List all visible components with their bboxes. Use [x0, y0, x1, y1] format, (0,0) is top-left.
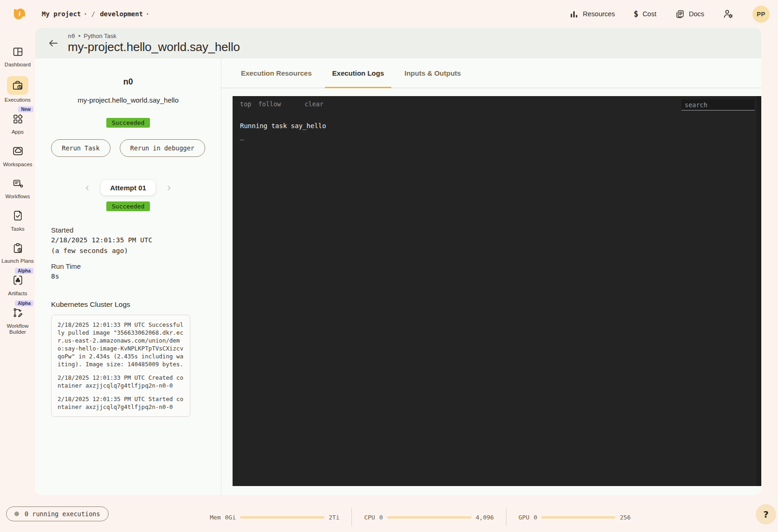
user-settings-button[interactable] — [723, 8, 734, 19]
execution-detail-panel: Execution Resources Execution Logs Input… — [221, 58, 761, 495]
help-button[interactable]: ? — [756, 504, 776, 525]
log-follow-button[interactable]: follow — [258, 100, 281, 108]
content-body: n0 my-project.hello_world.say_hello Succ… — [35, 58, 761, 495]
chevron-down-icon: ▾ — [84, 12, 86, 16]
workflows-icon — [7, 175, 28, 191]
page-header: n0 • Python Task my-project.hello_world.… — [35, 28, 761, 58]
kubernetes-logs-title: Kubernetes Cluster Logs — [51, 300, 221, 309]
sidebar-item-workflow-builder[interactable]: Alpha Workflow Builder — [1, 305, 34, 336]
kubernetes-log-entry: 2/18/2025 12:01:35 PM UTC Started contai… — [58, 395, 184, 411]
domain-name: development — [100, 10, 143, 18]
meter-divider — [351, 508, 352, 526]
dollar-icon: $ — [634, 9, 638, 19]
nav-cost-label: Cost — [642, 10, 656, 18]
previous-attempt-button[interactable] — [82, 182, 92, 194]
gpu-meter-max: 256 — [620, 514, 630, 521]
kubernetes-logs-box[interactable]: 2/18/2025 12:01:33 PM UTC Successfully p… — [51, 315, 190, 417]
cpu-meter-current: 0 — [379, 514, 383, 521]
rerun-debugger-button[interactable]: Rerun in debugger — [120, 139, 205, 157]
running-executions-label: 0 running executions — [25, 510, 100, 518]
launch-plans-icon — [7, 240, 28, 256]
back-button[interactable] — [45, 35, 61, 51]
alpha-badge: Alpha — [15, 268, 33, 274]
artifacts-icon — [7, 272, 28, 288]
tab-execution-logs[interactable]: Execution Logs — [325, 58, 392, 88]
breadcrumb: My project ▾ / development ▾ — [42, 10, 149, 18]
console-log-output: Running task say_hello _ — [240, 121, 326, 141]
gpu-meter: GPU 0 256 — [519, 514, 631, 521]
sidebar-item-tasks[interactable]: Tasks — [1, 208, 34, 233]
sidebar-item-label: Launch Plans — [1, 258, 34, 265]
header-bullet: • — [78, 32, 81, 39]
bar-chart-icon — [569, 9, 579, 19]
runtime-value: 8s — [51, 272, 221, 281]
union-logo[interactable] — [11, 6, 28, 22]
tab-inputs-outputs[interactable]: Inputs & Outputs — [397, 58, 468, 88]
runtime-label: Run Time — [51, 262, 221, 270]
started-time: 2/18/2025 12:01:35 PM UTC — [51, 235, 221, 245]
workspaces-icon — [7, 143, 28, 159]
log-top-button[interactable]: top — [240, 100, 251, 108]
bottom-status-bar: 0 running executions Mem 0Gi 2Ti CPU 0 4… — [0, 495, 778, 532]
kubernetes-log-entry: 2/18/2025 12:01:33 PM UTC Created contai… — [58, 374, 184, 389]
next-attempt-button[interactable] — [164, 182, 174, 194]
chevron-down-icon: ▾ — [146, 12, 149, 16]
sidebar: Dashboard Executions New — [0, 28, 35, 532]
rerun-task-button[interactable]: Rerun Task — [51, 139, 110, 157]
breadcrumb-separator: / — [91, 10, 95, 18]
attempt-status-badge: Succeeded — [106, 201, 150, 211]
sidebar-item-label: Workspaces — [3, 162, 32, 168]
user-avatar[interactable]: PP — [752, 6, 770, 23]
project-selector[interactable]: My project ▾ — [42, 10, 87, 18]
sidebar-item-label: Workflow Builder — [1, 323, 34, 336]
project-name: My project — [42, 10, 81, 18]
sidebar-item-launch-plans[interactable]: Launch Plans — [1, 240, 34, 265]
sidebar-item-workflows[interactable]: Workflows — [1, 175, 34, 200]
gpu-meter-current: 0 — [533, 514, 537, 521]
status-badge: Succeeded — [106, 118, 150, 128]
workflow-builder-icon — [7, 305, 28, 321]
executions-icon — [7, 76, 28, 95]
nav-docs[interactable]: Docs — [675, 9, 704, 19]
console-controls: top follow clear — [240, 100, 324, 108]
attempt-label[interactable]: Attempt 01 — [101, 180, 156, 195]
domain-selector[interactable]: development ▾ — [100, 10, 149, 18]
cpu-meter-label: CPU — [364, 514, 375, 521]
tasks-icon — [7, 208, 28, 224]
kubernetes-log-entry: 2/18/2025 12:01:33 PM UTC Successfully p… — [58, 321, 184, 368]
topbar: My project ▾ / development ▾ Resources $… — [0, 0, 778, 28]
action-buttons: Rerun Task Rerun in debugger — [35, 139, 221, 157]
arrow-left-icon — [48, 38, 59, 49]
running-executions-pill[interactable]: 0 running executions — [6, 506, 109, 521]
header-text: n0 • Python Task my-project.hello_world.… — [68, 32, 240, 54]
sidebar-item-workspaces[interactable]: Workspaces — [1, 143, 34, 168]
attempt-details: Started 2/18/2025 12:01:35 PM UTC (a few… — [35, 226, 221, 281]
nav-resources[interactable]: Resources — [569, 9, 615, 19]
resource-meters: Mem 0Gi 2Ti CPU 0 4,096 GPU 0 256 — [210, 508, 631, 526]
sidebar-item-label: Executions — [5, 97, 31, 104]
running-status-dot — [14, 512, 19, 516]
sidebar-item-label: Tasks — [11, 226, 24, 233]
user-gear-icon — [723, 8, 734, 19]
log-clear-button[interactable]: clear — [305, 100, 324, 108]
sidebar-item-label: Dashboard — [5, 62, 31, 68]
sidebar-item-executions[interactable]: Executions — [1, 76, 34, 104]
chevron-right-icon — [166, 185, 172, 191]
meter-divider — [506, 508, 506, 526]
sidebar-item-artifacts[interactable]: Alpha Artifacts — [1, 272, 34, 297]
cpu-meter: CPU 0 4,096 — [364, 514, 493, 521]
memory-meter-max: 2Ti — [329, 514, 339, 521]
content-card: n0 • Python Task my-project.hello_world.… — [35, 28, 761, 495]
console-scrollbar[interactable] — [757, 96, 761, 486]
memory-meter: Mem 0Gi 2Ti — [210, 514, 339, 521]
tab-execution-resources[interactable]: Execution Resources — [233, 58, 319, 88]
nav-cost[interactable]: $ Cost — [634, 9, 656, 19]
log-search-input[interactable] — [681, 99, 755, 110]
sidebar-item-apps[interactable]: New Apps — [1, 111, 34, 136]
attempt-status-row: Succeeded — [35, 201, 221, 211]
memory-meter-label: Mem — [210, 514, 220, 521]
sidebar-item-dashboard[interactable]: Dashboard — [1, 44, 34, 68]
cpu-meter-max: 4,096 — [476, 514, 494, 521]
chevron-left-icon — [84, 185, 91, 191]
header-task-type: Python Task — [84, 32, 117, 39]
